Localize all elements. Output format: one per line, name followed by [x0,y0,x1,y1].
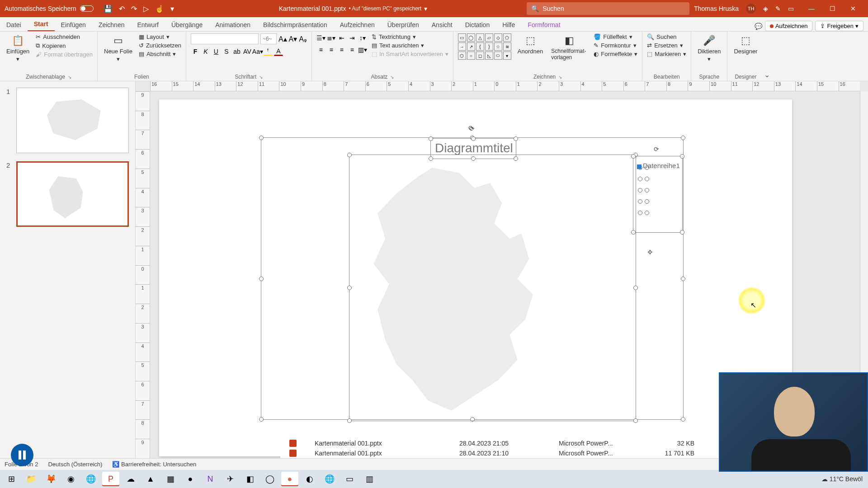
file-row[interactable]: Kartenmaterial 001.pptx28.04.2023 21:05M… [280,438,719,448]
share-button[interactable]: ⇪Freigeben▾ [815,21,863,31]
pen-icon[interactable]: ✎ [775,5,781,12]
tab-datei[interactable]: Datei [0,19,28,31]
firefox-icon[interactable]: 🦊 [42,472,60,486]
bullets-button[interactable]: ☰▾ [316,33,326,42]
vlc-icon[interactable]: ▲ [142,472,159,486]
shape-outline-button[interactable]: ✎Formkontur ▾ [594,42,637,49]
align-center-button[interactable]: ≡ [327,45,336,54]
app-icon[interactable]: ☁ [122,472,139,486]
legend-label[interactable]: Datenreihe1 [643,162,680,169]
thumbnail-2[interactable] [16,161,129,227]
indent-inc-button[interactable]: ⇥ [348,33,357,42]
redo-icon[interactable]: ↷ [131,5,137,13]
reset-button[interactable]: ↺Zurücksetzen [139,42,181,49]
text-direction-button[interactable]: ⇅Textrichtung ▾ [372,33,448,40]
launcher-icon[interactable]: ↘ [259,75,263,80]
explorer-icon[interactable]: 📁 [23,472,40,486]
tab-animationen[interactable]: Animationen [209,19,257,31]
shape-effects-button[interactable]: ◐Formeffekte ▾ [594,51,637,57]
cut-button[interactable]: ✂Ausschneiden [36,33,93,40]
section-button[interactable]: ▤Abschnitt ▾ [139,51,181,57]
format-painter-button[interactable]: 🖌Format übertragen [36,51,93,58]
app-icon[interactable]: ▦ [162,472,179,486]
app-icon[interactable]: ◐ [301,472,318,486]
bold-button[interactable]: F [191,47,200,56]
justify-button[interactable]: ≡ [348,45,357,54]
record-button[interactable]: Aufzeichnen [765,21,813,31]
quick-styles-button[interactable]: ◧Schnellformat-vorlagen [549,33,589,61]
title-dropdown-icon[interactable]: ▾ [424,5,427,12]
language-indicator[interactable]: Deutsch (Österreich) [48,461,102,468]
recording-app-icon[interactable]: ● [281,472,298,486]
chart-title[interactable]: Diagrammtitel [435,141,513,155]
launcher-icon[interactable]: ↘ [68,75,71,80]
maximize-button[interactable]: ☐ [822,0,843,17]
thumbnail-1[interactable] [16,88,129,153]
accessibility-indicator[interactable]: ♿ Barrierefreiheit: Untersuchen [112,461,196,468]
start-button[interactable]: ⊞ [3,472,20,486]
replace-button[interactable]: ⇄Ersetzen ▾ [647,42,686,49]
tab-ueberpruefen[interactable]: Überprüfen [381,19,425,31]
touch-mode-icon[interactable]: ☝ [155,5,164,13]
copy-button[interactable]: ⧉Kopieren [36,42,93,49]
shape-fill-button[interactable]: 🪣Fülleffekt ▾ [594,33,637,40]
undo-icon[interactable]: ↶ [119,5,125,13]
minimize-button[interactable]: — [801,0,822,17]
columns-button[interactable]: ▥▾ [358,45,367,54]
tab-start[interactable]: Start [28,18,55,31]
find-button[interactable]: 🔍Suchen [647,33,686,40]
comments-icon[interactable]: 💬 [755,23,762,30]
numbering-button[interactable]: ≣▾ [327,33,336,42]
chrome-icon[interactable]: ◉ [62,472,80,486]
tab-uebergaenge[interactable]: Übergänge [165,19,209,31]
save-icon[interactable]: 💾 [104,5,113,13]
app-icon[interactable]: ▭ [341,472,358,486]
tab-entwurf[interactable]: Entwurf [131,19,165,31]
slide-canvas[interactable]: ⟳ ⟳ Diagrammtitel ⟳ [159,99,792,456]
tab-dictation[interactable]: Dictation [459,19,496,31]
paste-button[interactable]: 📋Einfügen▾ [5,33,31,63]
app-icon[interactable]: ▥ [361,472,378,486]
shrink-font-icon[interactable]: A▾ [289,35,297,43]
close-button[interactable]: ✕ [843,0,863,17]
align-text-button[interactable]: ▤Text ausrichten ▾ [372,42,448,49]
file-row[interactable]: Kartenmaterial 001.pptx28.04.2023 21:10M… [280,448,719,458]
telegram-icon[interactable]: ✈ [222,472,239,486]
indent-dec-button[interactable]: ⇤ [337,33,346,42]
onenote-icon[interactable]: N [202,472,219,486]
new-slide-button[interactable]: ▭Neue Folie▾ [102,33,134,63]
font-color-button[interactable]: A [274,47,283,56]
powerpoint-icon[interactable]: P [102,472,119,486]
diamond-icon[interactable]: ◈ [763,5,768,12]
arrange-button[interactable]: ⬚Anordnen [516,33,545,56]
tab-einfuegen[interactable]: Einfügen [55,19,92,31]
app-icon[interactable]: ◧ [241,472,259,486]
user-name[interactable]: Thomas Hruska [694,5,739,12]
select-button[interactable]: ⬚Markieren ▾ [647,51,686,57]
app-icon[interactable]: ● [182,472,199,486]
font-family-input[interactable] [191,33,259,44]
strike-button[interactable]: S [222,47,231,56]
search-box[interactable]: 🔍 Suchen [527,2,689,15]
case-button[interactable]: Aa▾ [253,47,262,56]
avatar[interactable]: TH [746,4,756,14]
tab-hilfe[interactable]: Hilfe [496,19,521,31]
align-left-button[interactable]: ≡ [316,45,326,54]
tab-formformat[interactable]: Formformat [521,19,566,31]
line-spacing-button[interactable]: ↕▾ [358,33,367,42]
tab-ansicht[interactable]: Ansicht [425,19,459,31]
layout-button[interactable]: ▦Layout ▾ [139,33,181,40]
dictate-button[interactable]: 🎤Diktieren▾ [696,33,722,63]
clear-format-icon[interactable]: Aᵩ [299,35,307,43]
font-size-input[interactable] [260,33,277,44]
edge-icon[interactable]: 🌐 [82,472,99,486]
tab-zeichnen[interactable]: Zeichnen [92,19,131,31]
shapes-gallery[interactable]: ▭◯△▱◇⬠ →↗{}☆≋ ⬡○◻◺⬭▾ [458,33,511,60]
autosave-toggle[interactable] [80,5,94,12]
weather-widget[interactable]: ☁ 11°C Bewöl [821,475,863,483]
pause-recording-button[interactable] [11,444,33,466]
slideshow-icon[interactable]: ▷ [143,5,149,13]
spacing-button[interactable]: AV [243,47,252,56]
underline-button[interactable]: U [212,47,221,56]
tab-aufzeichnen[interactable]: Aufzeichnen [334,19,381,31]
